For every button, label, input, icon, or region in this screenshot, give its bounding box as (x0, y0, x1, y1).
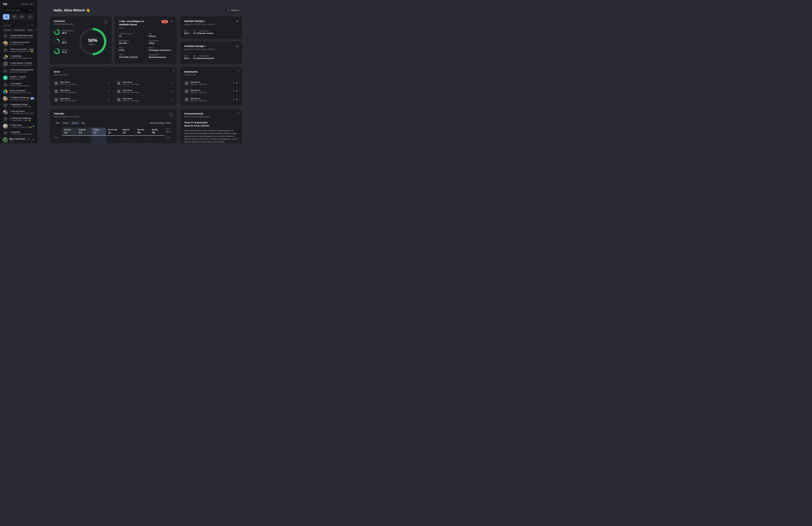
shared-person-icon[interactable] (171, 98, 173, 101)
space-list-item[interactable]: Rad von Elrond · John.Miller: Das Rad de… (0, 109, 37, 116)
nav-home-button[interactable] (3, 14, 10, 20)
bookmark-row[interactable]: PDF Datei-Name Datei-Typ · User-Name (184, 79, 238, 87)
view-options-list-icon[interactable] (34, 29, 37, 32)
open-external-icon[interactable] (170, 20, 173, 23)
space-list-item[interactable]: +3 Crew love is true love Ann.Kathrin. (0, 40, 37, 47)
space-title: 2424-semesterausstellung (11, 69, 33, 71)
space-list-item[interactable]: Kellerkinder Versteh die Welt langsam ni… (0, 54, 37, 61)
sidebar-nav (3, 14, 33, 20)
space-list-item[interactable]: # Lukas Spohn · Gartner, is im Kurs-Chat… (0, 123, 37, 130)
svg-text:PDF: PDF (186, 83, 187, 84)
day-column[interactable]: Mittwoch 10 (120, 128, 135, 143)
day-name: Montag (152, 129, 164, 131)
bookmark-icon[interactable] (236, 90, 238, 93)
overview-card: Overview Interaktionsgestaltung B.A. Kom… (50, 16, 112, 64)
search-spaces-icon[interactable] (31, 24, 33, 27)
filter-chip[interactable]: Verknüpfungen (13, 29, 26, 32)
calendar-tab[interactable]: Monat (61, 121, 70, 125)
svg-text:PDF: PDF (118, 100, 120, 101)
bookmark-icon[interactable] (236, 98, 238, 101)
metric-value: 25 % (62, 42, 67, 44)
day-body[interactable] (62, 136, 77, 143)
space-title: ChatGPT – OpenAI (10, 76, 26, 78)
day-column[interactable]: Samstag 13 (77, 128, 91, 143)
space-list-item[interactable]: Application Design I · Isabell.Becker: D… (0, 102, 37, 109)
space-list-item[interactable]: # # Who run the world → Girls?! (0, 47, 37, 54)
queue-list-icon (13, 15, 16, 19)
search-input[interactable]: System durchsuchen ... ⌘F (3, 8, 33, 13)
prev-week-icon[interactable]: ‹ (148, 122, 148, 125)
day-column[interactable]: Dienstag 09 (135, 128, 150, 143)
day-body[interactable] (77, 136, 91, 143)
shared-person-icon[interactable] (108, 82, 110, 85)
field-label: Wer (184, 30, 193, 32)
day-column[interactable]: Donnerstag 11 (106, 128, 120, 143)
space-list-item[interactable]: # # Designtalk (0, 130, 37, 136)
headphones-icon[interactable] (31, 138, 34, 141)
day-column[interactable]: Sonntag 14 (62, 128, 77, 143)
bookmarks-menu-button[interactable] (238, 70, 239, 72)
user-avatar[interactable] (3, 137, 8, 142)
day-column[interactable]: Montag 08 (150, 128, 164, 143)
file-row[interactable]: PDF Datei-Name Datei-Typ · User-Name (54, 79, 110, 87)
nav-channels-button[interactable] (11, 14, 17, 20)
nav-settings-button[interactable] (27, 14, 33, 20)
bookmark-row[interactable]: PDF Datei-Name Datei-Typ · User-Name (184, 96, 238, 104)
next-week-icon[interactable]: › (172, 122, 173, 125)
user-name: Marry Lynn Grace (9, 138, 25, 140)
avatar (3, 55, 8, 60)
file-row[interactable]: PDF Datei-Name Datei-Typ · User-Name (117, 87, 173, 96)
announcements-menu-button[interactable] (238, 112, 239, 114)
calendar-tab[interactable]: Tag (80, 121, 86, 125)
space-list-item[interactable]: # # ask hepdesk (0, 81, 37, 88)
space-list-item[interactable]: Aktenzeichen XY gelöst! Ich schwör, der … (0, 61, 37, 68)
space-list-item[interactable]: 241231-ba-SophAI Verknüpfung mit Google … (0, 88, 37, 95)
overview-menu-button[interactable] (103, 19, 108, 25)
calendar-tab[interactable]: Woche (70, 121, 79, 125)
open-external-icon[interactable] (236, 20, 238, 24)
day-column[interactable]: Freitag 12 (91, 128, 106, 143)
drive-menu-button[interactable] (173, 70, 174, 72)
bookmark-row[interactable]: PDF Datei-Name Datei-Typ · User-Name (184, 87, 238, 96)
filter-chip[interactable]: Kurse (27, 29, 34, 32)
space-list-item[interactable]: # # 2424-semesterausstellung (0, 68, 37, 74)
calendar-menu-button[interactable] (169, 112, 174, 118)
shared-person-icon[interactable] (233, 82, 235, 85)
drive-card: Drive Zuletzt verwendet PDF Datei-Name (50, 67, 177, 106)
space-list-item[interactable]: +3 Swagetti Yolonese 🍝 David.Schulz: (0, 95, 37, 102)
shared-person-icon[interactable] (171, 90, 173, 93)
nav-devices-button[interactable] (19, 14, 26, 20)
day-body[interactable] (150, 136, 164, 143)
app-logo: hfg2 (3, 3, 8, 5)
space-list-item[interactable]: # Design-/Mediengeschichte Fabian.Schmid… (0, 33, 37, 40)
space-list-item[interactable]: ChatGPT – OpenAI https://chatgpt.com (0, 74, 37, 81)
card-subtitle: Saved for Later (184, 74, 238, 76)
day-body[interactable] (91, 136, 106, 143)
open-external-icon[interactable] (236, 45, 238, 48)
day-body[interactable] (106, 136, 120, 143)
bookmark-icon[interactable] (236, 82, 238, 85)
file-row[interactable]: PDF Datei-Name Datei-Typ · User-Name (117, 96, 173, 104)
space-list-item[interactable]: Einführung Gestaltungs... · Isabell.Beck… (0, 116, 37, 123)
calendar-tab[interactable]: Jahr (54, 121, 61, 125)
day-body[interactable] (135, 136, 150, 143)
today-progress-label[interactable]: Heute → (89, 44, 97, 45)
filter-chip[interactable]: Channels (3, 29, 12, 32)
add-space-icon[interactable] (28, 24, 30, 27)
shared-person-icon[interactable] (108, 98, 110, 101)
shared-person-icon[interactable] (233, 90, 235, 93)
detail-field: Wo H 1.14 (193, 55, 199, 59)
space-last-message: Tilo.Lenz: Hat jmd schonma ... (10, 85, 31, 87)
day-body[interactable] (121, 136, 135, 143)
home-icon (5, 15, 8, 19)
microphone-icon[interactable] (28, 138, 30, 141)
file-row[interactable]: PDF Datei-Name Datei-Typ · User-Name (117, 79, 173, 87)
file-row[interactable]: PDF Datei-Name Datei-Typ · User-Name (54, 87, 110, 96)
shared-person-icon[interactable] (233, 98, 235, 101)
shared-person-icon[interactable] (171, 82, 173, 85)
file-row[interactable]: PDF Datei-Name Datei-Typ · User-Name (54, 96, 110, 104)
space-title: 241231-ba-SophAI (10, 90, 25, 91)
space-title: Einführung Gestaltungs... (12, 117, 33, 119)
shared-person-icon[interactable] (108, 90, 110, 93)
customize-button[interactable]: Anpassen (224, 7, 242, 13)
